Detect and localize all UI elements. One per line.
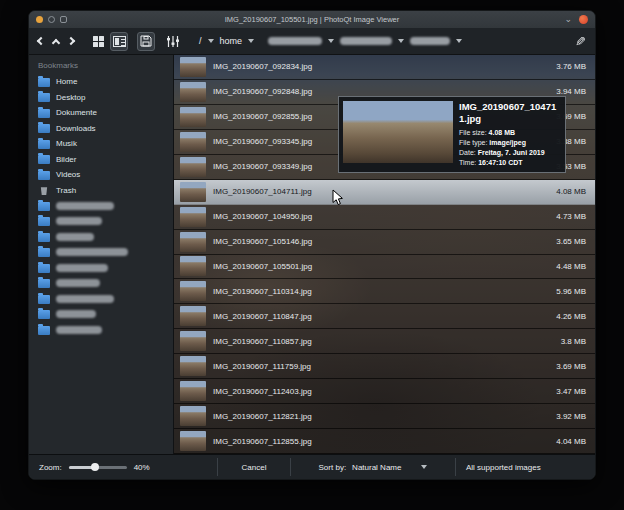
chevron-down-icon[interactable]	[208, 39, 214, 43]
bookmark-item-redacted[interactable]	[29, 307, 173, 323]
folder-icon	[38, 202, 50, 211]
file-size: 4.08 MB	[556, 187, 586, 196]
file-thumbnail	[180, 331, 206, 351]
bookmark-item-redacted[interactable]	[29, 245, 173, 261]
bookmark-item-redacted[interactable]	[29, 214, 173, 230]
list-view-icon[interactable]	[110, 32, 128, 51]
breadcrumb-home[interactable]: home	[220, 36, 243, 46]
file-thumbnail	[180, 306, 206, 326]
bookmark-item-redacted[interactable]	[29, 229, 173, 245]
redacted-label	[56, 248, 128, 256]
minimize-icon[interactable]: ⌄	[564, 16, 572, 23]
file-row[interactable]: IMG_20190607_105146.jpg 3.65 MB	[174, 230, 595, 255]
bookmark-item-musik[interactable]: Musik	[29, 136, 173, 152]
folder-icon	[38, 171, 50, 180]
file-row[interactable]: IMG_20190607_112821.jpg 3.92 MB	[174, 404, 595, 429]
bookmark-item-bilder[interactable]: Bilder	[29, 152, 173, 168]
mouse-cursor	[332, 189, 344, 210]
file-thumbnail	[180, 182, 206, 202]
bookmark-item-redacted[interactable]	[29, 322, 173, 338]
close-icon[interactable]	[579, 15, 588, 24]
zoom-section: Zoom: 40%	[29, 455, 217, 479]
file-name: IMG_20190607_105501.jpg	[213, 262, 549, 271]
file-row[interactable]: IMG_20190607_110857.jpg 3.8 MB	[174, 329, 595, 354]
redacted-label	[56, 326, 102, 334]
breadcrumb-redacted-segment[interactable]	[340, 37, 392, 45]
folder-icon	[38, 248, 50, 257]
file-thumbnail	[180, 381, 206, 401]
file-row[interactable]: IMG_20190607_112403.jpg 3.47 MB	[174, 379, 595, 404]
file-row[interactable]: IMG_20190607_104950.jpg 4.73 MB	[174, 205, 595, 230]
file-name: IMG_20190607_112855.jpg	[213, 437, 549, 446]
file-filter-dropdown[interactable]: All supported images	[456, 455, 595, 479]
folder-icon	[38, 310, 50, 319]
bookmark-item-home[interactable]: Home	[29, 74, 173, 90]
breadcrumb-redacted-segment[interactable]	[268, 37, 322, 45]
file-row[interactable]: IMG_20190607_111759.jpg 3.69 MB	[174, 354, 595, 379]
redacted-label	[56, 279, 100, 287]
file-size: 3.69 MB	[556, 362, 586, 371]
file-row[interactable]: IMG_20190607_104711.jpg 4.08 MB	[174, 180, 595, 205]
chevron-down-icon[interactable]	[456, 39, 462, 43]
file-thumbnail	[180, 207, 206, 227]
bookmark-item-trash[interactable]: Trash	[29, 183, 173, 199]
chevron-down-icon[interactable]	[398, 39, 404, 43]
window-pin-icon[interactable]	[48, 16, 55, 23]
filter-sliders-icon[interactable]	[164, 32, 182, 51]
bookmark-item-videos[interactable]: Videos	[29, 167, 173, 183]
bookmark-item-redacted[interactable]	[29, 260, 173, 276]
file-row[interactable]: IMG_20190607_105501.jpg 4.48 MB	[174, 255, 595, 280]
save-icon[interactable]	[137, 32, 155, 51]
breadcrumb-redacted-segment[interactable]	[410, 37, 450, 45]
file-size: 3.65 MB	[556, 237, 586, 246]
bookmark-item-redacted[interactable]	[29, 276, 173, 292]
bottombar: Zoom: 40% Cancel Sort by: Natural Name A…	[29, 454, 595, 479]
redacted-label	[56, 264, 108, 272]
bookmarks-header: Bookmarks	[29, 58, 173, 74]
bookmark-item-downloads[interactable]: Downloads	[29, 121, 173, 137]
sliders-icon	[166, 35, 180, 48]
zoom-slider[interactable]	[69, 466, 127, 469]
forward-icon[interactable]	[67, 37, 75, 45]
breadcrumb-redacted	[268, 37, 462, 45]
file-row[interactable]: IMG_20190607_110314.jpg 5.96 MB	[174, 279, 595, 304]
floppy-icon	[140, 35, 152, 47]
bookmark-item-desktop[interactable]: Desktop	[29, 90, 173, 106]
grid-view-icon[interactable]	[89, 32, 107, 51]
cancel-button[interactable]: Cancel	[218, 455, 290, 479]
window-shade-icon[interactable]	[60, 16, 67, 23]
folder-icon	[38, 279, 50, 288]
file-thumbnail	[180, 132, 206, 152]
redacted-label	[56, 310, 96, 318]
file-thumbnail	[180, 82, 206, 102]
zoom-slider-handle[interactable]	[91, 463, 99, 471]
cancel-label: Cancel	[242, 463, 267, 472]
chevron-down-icon[interactable]	[248, 39, 254, 43]
sort-dropdown[interactable]: Sort by: Natural Name	[291, 455, 455, 479]
tooltip-top: IMG_20190607_104711.jpg File size: 4.08 …	[343, 101, 561, 168]
filter-value: All supported images	[466, 463, 541, 472]
file-row[interactable]: IMG_20190607_092834.jpg 3.76 MB	[174, 55, 595, 80]
bookmark-item-dokumente[interactable]: Dokumente	[29, 105, 173, 121]
file-name: IMG_20190607_110314.jpg	[213, 287, 549, 296]
up-icon[interactable]	[52, 38, 60, 46]
file-thumbnail	[180, 107, 206, 127]
breadcrumb-root[interactable]: /	[199, 36, 202, 46]
bookmark-list: Home Desktop Dokumente Downloads Musik B…	[29, 74, 173, 338]
edit-pencil-icon[interactable]: ✎	[575, 34, 586, 49]
chevron-down-icon	[421, 465, 427, 469]
bookmark-item-redacted[interactable]	[29, 198, 173, 214]
view-mode-group	[89, 32, 128, 51]
back-icon[interactable]	[37, 37, 45, 45]
file-row[interactable]: IMG_20190607_110847.jpg 4.26 MB	[174, 304, 595, 329]
file-thumbnail	[180, 356, 206, 376]
tooltip-detail: File type: image/jpeg	[459, 138, 561, 148]
file-name: IMG_20190607_105146.jpg	[213, 237, 549, 246]
bookmark-label: Videos	[56, 170, 80, 179]
window-menu-icon[interactable]	[36, 16, 43, 23]
file-row[interactable]: IMG_20190607_112855.jpg 4.04 MB	[174, 429, 595, 454]
bookmark-item-redacted[interactable]	[29, 291, 173, 307]
folder-icon	[38, 124, 50, 133]
chevron-down-icon[interactable]	[328, 39, 334, 43]
tooltip-filename: IMG_20190607_104711.jpg	[459, 101, 561, 125]
